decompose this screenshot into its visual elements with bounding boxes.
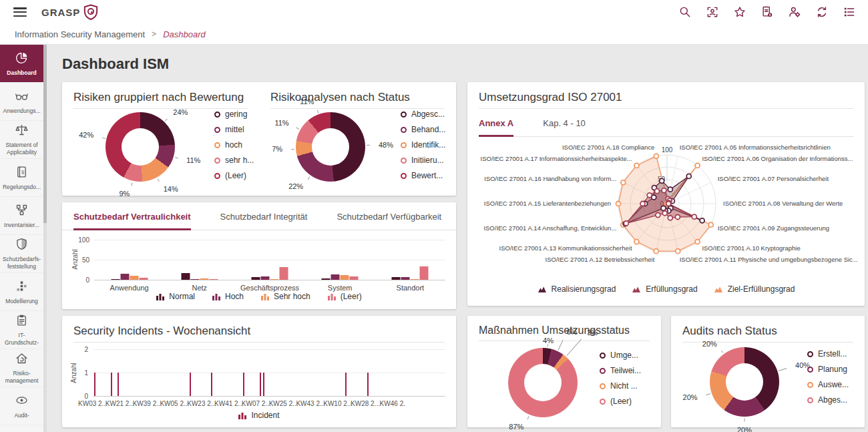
legend-item[interactable]: (Leer) bbox=[600, 397, 641, 406]
legend-item[interactable]: Incident bbox=[238, 411, 279, 420]
donut-ring[interactable] bbox=[105, 112, 175, 182]
donut-ring[interactable] bbox=[296, 112, 365, 182]
sidebar-item-audit[interactable]: Audit- bbox=[0, 387, 43, 425]
list-icon[interactable] bbox=[843, 5, 856, 19]
legend-item[interactable]: Abgesc... bbox=[401, 110, 445, 119]
donut-chart-massnahmen[interactable]: 4%6%3%87%Umge...Teilwei...Nicht ...(Leer… bbox=[467, 316, 661, 427]
bar-sehrhoch[interactable] bbox=[200, 278, 208, 280]
tab-schutzbedarf-vertraulichkeit[interactable]: Schutzbedarf Vertraulichkeit bbox=[73, 202, 191, 230]
bar-leer[interactable] bbox=[350, 276, 359, 280]
legend-item[interactable]: Behand... bbox=[401, 125, 445, 134]
legend-item[interactable]: Teilwei... bbox=[600, 366, 641, 375]
incident-bar[interactable] bbox=[118, 373, 119, 396]
bar-hoch[interactable] bbox=[331, 274, 340, 280]
report-info-icon[interactable] bbox=[761, 5, 774, 19]
donut-chart-audits[interactable]: 40%20%20%20%Erstell...PlanungAuswe...Abg… bbox=[671, 316, 865, 427]
legend-ring-icon bbox=[214, 173, 220, 179]
sidebar-item-statement-of-applicability[interactable]: Statement of Applicability bbox=[0, 121, 43, 159]
bar-leer[interactable] bbox=[280, 267, 288, 280]
bar-hoch[interactable] bbox=[261, 276, 270, 280]
legend-item[interactable]: Planung bbox=[807, 365, 849, 374]
tab-schutzbedarf-verf-gbarkeit[interactable]: Schutzbedarf Verfügbarkeit bbox=[337, 202, 441, 230]
bar-hoch[interactable] bbox=[401, 277, 410, 280]
radar-axis-label: ISO/IEC 27001 A.10 Kryptographie bbox=[702, 244, 800, 252]
legend-item[interactable]: Ziel-Erfüllungsgrad bbox=[714, 284, 795, 294]
bar-leer[interactable] bbox=[139, 278, 148, 280]
tab-annex-a[interactable]: Annex A bbox=[479, 109, 513, 137]
bar-normal[interactable] bbox=[111, 279, 120, 280]
brand-logo[interactable]: GRASP bbox=[41, 4, 98, 20]
sidebar-item-modellierung[interactable]: Modellierung bbox=[0, 273, 43, 311]
radar-axis-label: ISO/IEC 27001 A.16 Handhabung von Inform… bbox=[484, 175, 616, 182]
donut-chart-risiken[interactable]: 24%11%14%9%42%geringmittelhochsehr h...(… bbox=[62, 82, 259, 196]
bar-normal[interactable] bbox=[392, 277, 401, 280]
bar-leer[interactable] bbox=[420, 266, 429, 280]
legend-item[interactable]: Umge... bbox=[600, 351, 641, 360]
legend-label: Realisierungsgrad bbox=[552, 284, 616, 294]
bar-sehrhoch[interactable] bbox=[270, 279, 279, 280]
sidebar-item-risiko-management[interactable]: Risiko- management bbox=[0, 349, 43, 387]
incident-bar[interactable] bbox=[211, 373, 212, 396]
incident-bar[interactable] bbox=[190, 373, 191, 396]
star-icon[interactable] bbox=[733, 5, 746, 19]
legend-item[interactable]: sehr h... bbox=[214, 156, 254, 165]
legend-item[interactable]: Normal bbox=[156, 292, 195, 301]
bar-sehrhoch[interactable] bbox=[341, 275, 349, 280]
bar-sehrhoch[interactable] bbox=[411, 279, 419, 280]
sidebar-item-it-grundschutz[interactable]: IT- Grundschutz- bbox=[0, 311, 43, 349]
search-icon[interactable] bbox=[678, 5, 692, 19]
donut-chart-risikoanalysen[interactable]: 48%22%7%11%11%Abgesc...Behand...Identifi… bbox=[259, 82, 456, 196]
legend-item[interactable]: (Leer) bbox=[328, 292, 362, 301]
sidebar-scrollbar-thumb[interactable] bbox=[43, 45, 47, 223]
sidebar-item-dashboard[interactable]: Dashboard bbox=[0, 45, 43, 83]
bar-leer[interactable] bbox=[209, 279, 218, 280]
incident-bar[interactable] bbox=[263, 373, 264, 396]
incident-bar[interactable] bbox=[111, 373, 112, 396]
legend-item[interactable]: Abges... bbox=[807, 395, 849, 405]
menu-toggle-icon[interactable] bbox=[13, 7, 27, 17]
legend-item[interactable]: Identifik... bbox=[401, 140, 445, 150]
radar-chart-iso27001[interactable]: 050100ISO/IEC 27001 A.05 Informationssic… bbox=[468, 136, 864, 282]
sync-icon[interactable] bbox=[815, 5, 829, 19]
x-axis-tick-label: KW21 2... bbox=[105, 400, 135, 407]
face-scan-icon[interactable] bbox=[706, 5, 719, 19]
sidebar-item-anwendungs[interactable]: Anwendungs... bbox=[0, 83, 43, 121]
bar-hoch[interactable] bbox=[190, 279, 199, 280]
incident-bar[interactable] bbox=[260, 373, 261, 396]
legend-item[interactable]: (Leer) bbox=[214, 171, 254, 180]
legend-item[interactable]: Nicht ... bbox=[600, 381, 641, 391]
donut-ring[interactable] bbox=[508, 348, 578, 417]
legend-item[interactable]: Erstell... bbox=[807, 349, 849, 359]
sidebar-item-schutzbedarfs-feststellung[interactable]: Schutzbedarfs- feststellung bbox=[0, 235, 43, 273]
sidebar-scrollbar[interactable] bbox=[43, 45, 47, 432]
donut-slice-value: 9% bbox=[119, 190, 130, 198]
bar-normal[interactable] bbox=[252, 277, 260, 280]
legend-item[interactable]: Auswe... bbox=[807, 380, 849, 389]
legend-item[interactable]: mittel bbox=[214, 125, 254, 134]
donut-callout-line bbox=[566, 339, 582, 356]
incident-bar[interactable] bbox=[94, 373, 95, 396]
user-gear-icon[interactable] bbox=[788, 5, 801, 19]
legend-item[interactable]: Erfüllungsgrad bbox=[632, 284, 697, 294]
breadcrumb-section[interactable]: Information Security Management bbox=[15, 29, 145, 39]
sidebar-item-regelungsdo[interactable]: §Regelungsdo... bbox=[0, 159, 43, 197]
legend-item[interactable]: Realisierungsgrad bbox=[537, 284, 616, 294]
bar-normal[interactable] bbox=[322, 278, 331, 280]
donut-ring[interactable] bbox=[710, 347, 779, 417]
bar-normal[interactable] bbox=[181, 273, 190, 280]
legend-item[interactable]: hoch bbox=[214, 140, 254, 150]
incident-bar[interactable] bbox=[367, 373, 369, 396]
legend-item[interactable]: Sehr hoch bbox=[261, 292, 310, 301]
tab-kap-4-10[interactable]: Kap. 4 - 10 bbox=[543, 109, 586, 136]
sidebar-item-inventarisier[interactable]: Inventarisier... bbox=[0, 197, 43, 235]
legend-item[interactable]: gering bbox=[214, 110, 254, 119]
bar-hoch[interactable] bbox=[120, 274, 129, 280]
legend-item[interactable]: Hoch bbox=[212, 292, 244, 301]
incident-bar[interactable] bbox=[243, 373, 244, 396]
legend-item[interactable]: Bewert... bbox=[401, 171, 445, 180]
incident-bar[interactable] bbox=[345, 373, 347, 396]
legend-bars-icon bbox=[238, 411, 246, 419]
tab-schutzbedarf-integrit-t[interactable]: Schutzbedarf Integrität bbox=[220, 202, 308, 230]
legend-item[interactable]: Initiieru... bbox=[401, 156, 445, 165]
bar-sehrhoch[interactable] bbox=[130, 276, 138, 280]
